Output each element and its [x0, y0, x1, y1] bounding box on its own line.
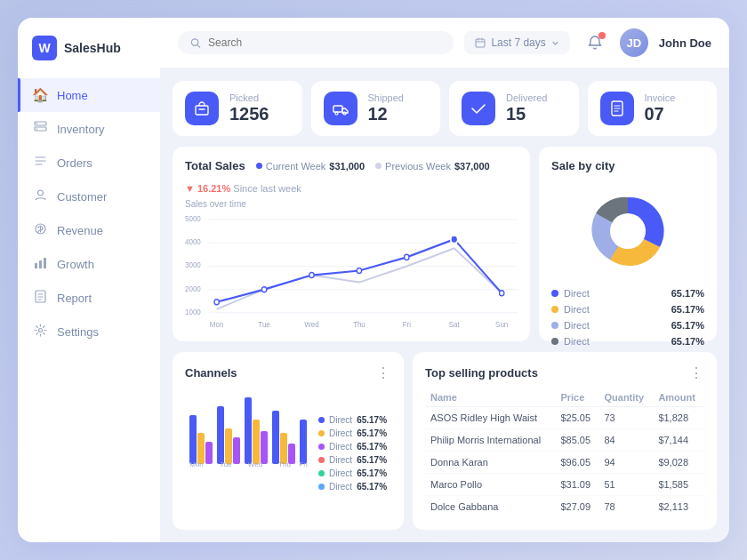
shipped-icon-box	[324, 92, 357, 125]
home-icon: 🏠	[32, 87, 48, 103]
table-row: Philip Morris International $85.05 84 $7…	[425, 429, 704, 452]
growth-icon	[32, 256, 48, 272]
city-chart-title: Sale by city	[551, 159, 704, 172]
svg-point-34	[500, 291, 504, 296]
svg-text:Sun: Sun	[495, 320, 508, 330]
product-name: Donna Karan	[425, 452, 555, 474]
ch-dot-5	[318, 470, 325, 476]
pie-dot-2	[551, 306, 558, 313]
channels-more-button[interactable]: ⋮	[376, 364, 391, 381]
svg-point-30	[309, 273, 314, 278]
sidebar-item-report[interactable]: Report	[18, 281, 160, 315]
svg-point-11	[191, 38, 197, 44]
col-quantity: Quantity	[598, 388, 653, 407]
svg-rect-49	[233, 437, 240, 464]
products-card: Top selling products ⋮ Name Price Quanti…	[413, 352, 717, 530]
invoice-icon-box	[600, 92, 634, 125]
sales-chart-header: Total Sales Current Week $31,000 Previou…	[185, 159, 518, 194]
svg-rect-47	[217, 406, 224, 464]
svg-text:4000: 4000	[185, 237, 201, 247]
products-title: Top selling products	[425, 366, 538, 380]
svg-rect-13	[196, 106, 208, 115]
notification-button[interactable]	[581, 28, 609, 57]
stats-row: Picked 1256 Shipped	[173, 81, 717, 136]
calendar-icon	[475, 37, 486, 48]
sidebar-nav: 🏠 Home Inventory Orders Customer	[18, 78, 160, 348]
svg-text:Tue: Tue	[258, 320, 270, 330]
pie-legend-item: Direct 65.17%	[551, 336, 704, 347]
sidebar-item-settings[interactable]: Settings	[18, 315, 160, 348]
date-filter[interactable]: Last 7 days	[464, 31, 569, 54]
svg-point-15	[335, 112, 338, 115]
product-price: $25.05	[555, 407, 598, 429]
settings-icon	[32, 324, 48, 340]
svg-text:Mon: Mon	[210, 320, 224, 330]
svg-rect-52	[261, 431, 268, 464]
product-qty: 94	[598, 452, 653, 474]
product-amount: $1,585	[653, 474, 704, 496]
user-name: John Doe	[659, 36, 711, 50]
svg-rect-53	[272, 411, 279, 464]
stat-card-shipped: Shipped 12	[311, 81, 441, 136]
logo-area: W SalesHub	[18, 36, 160, 78]
trend-badge: ▼ 16.21% Since last week	[185, 183, 301, 194]
sidebar-item-growth[interactable]: Growth	[18, 247, 160, 281]
table-row: ASOS Ridley High Waist $25.05 73 $1,828	[425, 407, 704, 429]
svg-rect-45	[197, 433, 205, 464]
sidebar-item-revenue[interactable]: Revenue	[18, 213, 160, 247]
channels-card: Channels ⋮	[173, 352, 404, 530]
search-box[interactable]	[178, 31, 454, 54]
sidebar-item-orders[interactable]: Orders	[18, 146, 160, 180]
svg-point-43	[610, 213, 646, 249]
product-name: Dolce Gabbana	[425, 496, 555, 518]
report-icon	[32, 290, 48, 306]
sidebar-label-report: Report	[57, 292, 92, 305]
dashboard-body: Picked 1256 Shipped	[160, 68, 729, 542]
product-name: Marco Pollo	[425, 474, 555, 496]
svg-point-29	[261, 287, 266, 292]
svg-text:Wed: Wed	[304, 320, 319, 330]
pie-legend-item: Direct 65.17%	[551, 320, 704, 331]
svg-text:Fri: Fri	[299, 460, 308, 468]
svg-rect-44	[189, 415, 197, 464]
inventory-icon	[32, 121, 48, 137]
stat-card-invoice: Invoice 07	[588, 81, 718, 136]
sidebar-item-home[interactable]: 🏠 Home	[18, 78, 160, 112]
delivered-value: 15	[506, 103, 547, 124]
search-icon	[190, 37, 201, 49]
header: Last 7 days JD John Doe	[160, 18, 729, 68]
prev-week-dot	[375, 163, 382, 169]
total-sales-card: Total Sales Current Week $31,000 Previou…	[173, 147, 530, 341]
product-amount: $7,144	[653, 429, 704, 452]
current-week-dot	[256, 163, 262, 169]
invoice-label: Invoice	[645, 92, 676, 103]
main-content: Last 7 days JD John Doe	[160, 18, 729, 542]
search-input[interactable]	[208, 36, 441, 49]
sales-sublabel: Sales over time	[185, 199, 518, 209]
svg-rect-7	[39, 260, 42, 268]
svg-text:Thu: Thu	[353, 320, 365, 330]
app-name: SalesHub	[64, 41, 121, 55]
product-qty: 84	[598, 429, 653, 452]
stat-card-delivered: Delivered 15	[449, 81, 579, 136]
customer-icon	[32, 188, 48, 204]
product-amount: $1,828	[653, 407, 704, 429]
products-header: Top selling products ⋮	[425, 364, 704, 381]
current-week-label: Current Week	[266, 161, 326, 172]
ch-dot-3	[318, 444, 325, 450]
products-more-button[interactable]: ⋮	[689, 364, 704, 381]
ch-dot-6	[318, 484, 325, 490]
logo-icon: W	[32, 36, 57, 60]
col-name: Name	[425, 388, 555, 407]
svg-rect-56	[300, 420, 307, 464]
sidebar-item-inventory[interactable]: Inventory	[18, 112, 160, 146]
svg-point-28	[214, 300, 219, 305]
product-price: $96.05	[555, 452, 598, 474]
svg-rect-51	[253, 420, 260, 464]
col-amount: Amount	[653, 388, 704, 407]
channel-legend-item: Direct 65.17%	[318, 415, 387, 425]
current-week-value: $31,000	[329, 161, 365, 172]
notification-badge	[598, 32, 606, 39]
channels-content: Mon Tue Wed Thu Fri Direct 65.1	[185, 388, 391, 517]
sidebar-item-customer[interactable]: Customer	[18, 180, 160, 213]
